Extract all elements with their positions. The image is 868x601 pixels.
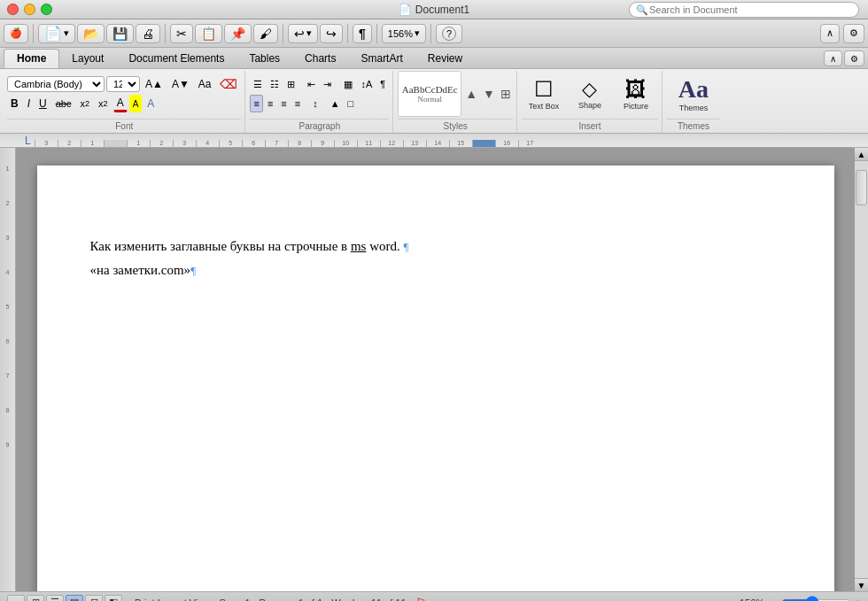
- undo-button[interactable]: ↩▾: [288, 24, 318, 43]
- zoom-plus[interactable]: +: [856, 597, 861, 602]
- zoom-minus[interactable]: −: [771, 597, 777, 602]
- tab-review[interactable]: Review: [415, 49, 475, 68]
- text-effect-button[interactable]: A: [143, 95, 158, 112]
- window-controls[interactable]: [7, 4, 52, 15]
- highlight-button[interactable]: A: [129, 95, 143, 112]
- align-left-button[interactable]: ≡: [250, 95, 262, 112]
- style-normal[interactable]: AaBbCcDdEc Normal: [398, 71, 461, 117]
- tab-document-elements[interactable]: Document Elements: [116, 49, 236, 68]
- insert-shape-button[interactable]: ◇ Shape: [568, 75, 612, 112]
- zoom-slider[interactable]: − +: [771, 596, 861, 602]
- zoom-value-label: 156%: [740, 597, 764, 602]
- styles-expand[interactable]: ⊞: [499, 85, 513, 103]
- styles-scroll-up[interactable]: ▲: [463, 85, 479, 103]
- para-row1: ☰ ☷ ⊞ ⇤ ⇥ ▦ ↕A ¶: [250, 75, 389, 93]
- justify-button[interactable]: ≡: [291, 95, 304, 112]
- maximize-button[interactable]: [41, 4, 52, 15]
- line2-text: «на заметки.com»: [90, 263, 191, 277]
- border2-button[interactable]: □: [345, 95, 358, 112]
- save-button[interactable]: 💾: [106, 24, 134, 43]
- insert-textbox-button[interactable]: ☐ Text Box: [522, 74, 566, 113]
- clear-format-button[interactable]: ⌫: [216, 75, 241, 93]
- scroll-down-button[interactable]: ▼: [855, 578, 868, 591]
- ribbon-down[interactable]: ⚙: [844, 50, 864, 66]
- left-ruler-mark: 1: [0, 166, 15, 200]
- document-line1: Как изменить заглавные буквы на строчные…: [90, 236, 781, 257]
- border-button[interactable]: ▦: [340, 75, 356, 93]
- font-size-select[interactable]: 12: [106, 76, 140, 92]
- sort-button[interactable]: ↕A: [357, 75, 376, 93]
- cut-button[interactable]: ✂: [170, 24, 193, 43]
- close-button[interactable]: [7, 4, 19, 15]
- superscript-button[interactable]: x2: [76, 95, 93, 112]
- tab-charts[interactable]: Charts: [292, 49, 348, 68]
- decrease-indent-button[interactable]: ⇤: [304, 75, 319, 93]
- view-btn-normal[interactable]: ☰: [46, 595, 64, 602]
- insert-picture-button[interactable]: 🖼 Picture: [614, 74, 658, 113]
- shading-button[interactable]: ▲: [327, 95, 344, 112]
- line-spacing-button[interactable]: ↕: [309, 95, 322, 112]
- new-button[interactable]: 🍎: [4, 24, 28, 43]
- font-color-button[interactable]: A: [113, 95, 128, 112]
- zoom-range[interactable]: [781, 596, 852, 602]
- copy-button[interactable]: 📋: [195, 24, 222, 43]
- view-btn-notebook[interactable]: ⊞: [27, 595, 44, 602]
- italic-button[interactable]: I: [24, 95, 34, 112]
- redo-button[interactable]: ↪: [320, 24, 343, 43]
- open-button[interactable]: 📂: [77, 24, 105, 43]
- themes-button[interactable]: Aa Themes: [667, 71, 720, 117]
- paragraph-group: ☰ ☷ ⊞ ⇤ ⇥ ▦ ↕A ¶ ≡ ≡ ≡ ≡ ↕: [246, 71, 393, 133]
- shape-label: Shape: [578, 101, 601, 110]
- strikethrough-button[interactable]: abc: [52, 95, 75, 112]
- tab-home[interactable]: Home: [4, 49, 59, 68]
- multilevel-list-button[interactable]: ⊞: [283, 75, 298, 93]
- view-btn-web[interactable]: ◧: [105, 595, 122, 602]
- increase-indent-button[interactable]: ⇥: [320, 75, 335, 93]
- ruler-mark: 3: [173, 140, 196, 147]
- tab-tables[interactable]: Tables: [236, 49, 292, 68]
- increase-font-button[interactable]: A▲: [142, 75, 167, 93]
- scroll-track[interactable]: [855, 161, 868, 578]
- ruler-marks: 3 2 1 1 2 3 4 5 6 7 8 9 10 11 12 13 14 1…: [35, 134, 868, 147]
- right-scrollbar[interactable]: ▲ ▼: [855, 148, 868, 591]
- underline-button[interactable]: U: [35, 95, 50, 112]
- collapse-ribbon-button[interactable]: ∧: [820, 24, 840, 43]
- subscript-button[interactable]: x2: [95, 95, 112, 112]
- document-page[interactable]: Как изменить заглавные буквы на строчные…: [37, 166, 834, 591]
- scroll-up-button[interactable]: ▲: [855, 148, 868, 161]
- help-button[interactable]: ?: [436, 24, 462, 43]
- bullets-button[interactable]: ☰: [250, 75, 266, 93]
- ruler-mark: 3: [35, 140, 58, 147]
- bold-button[interactable]: B: [7, 95, 22, 112]
- numbering-button[interactable]: ☷: [267, 75, 283, 93]
- show-formatting-button[interactable]: ¶: [353, 24, 372, 43]
- search-input[interactable]: [629, 2, 859, 18]
- ribbon-up[interactable]: ∧: [824, 50, 842, 66]
- decrease-font-button[interactable]: A▼: [168, 75, 193, 93]
- scroll-thumb[interactable]: [856, 170, 867, 205]
- view-btn-publish[interactable]: ⊡: [85, 595, 103, 602]
- align-right-button[interactable]: ≡: [277, 95, 290, 112]
- tab-layout[interactable]: Layout: [59, 49, 116, 68]
- new-doc-button[interactable]: 📄▾: [38, 24, 75, 43]
- themes-group: Aa Themes Themes: [663, 71, 724, 133]
- zoom-display[interactable]: 156% ▾: [382, 24, 426, 43]
- tab-smartart[interactable]: SmartArt: [348, 49, 415, 68]
- customize-button[interactable]: ⚙: [843, 24, 864, 43]
- align-center-button[interactable]: ≡: [264, 95, 276, 112]
- format-paint-button[interactable]: 🖌: [253, 24, 278, 43]
- styles-scroll-down[interactable]: ▼: [481, 85, 497, 103]
- change-case-button[interactable]: Aa: [195, 75, 215, 93]
- paste-button[interactable]: 📌: [224, 24, 252, 43]
- font-name-select[interactable]: Cambria (Body): [7, 76, 105, 92]
- title-text: Document1: [415, 4, 469, 16]
- print-button[interactable]: 🖨: [136, 24, 160, 43]
- ruler-tab-indicator[interactable]: L: [25, 135, 31, 147]
- view-btn-outline[interactable]: ≡: [7, 595, 25, 602]
- document-content[interactable]: Как изменить заглавные буквы на строчные…: [90, 236, 781, 280]
- search-area[interactable]: 🔍: [629, 2, 859, 18]
- minimize-button[interactable]: [24, 4, 35, 15]
- show-pilcrow-button[interactable]: ¶: [376, 75, 389, 93]
- view-btn-print[interactable]: ▤: [66, 595, 83, 602]
- document-area[interactable]: Как изменить заглавные буквы на строчные…: [16, 148, 855, 591]
